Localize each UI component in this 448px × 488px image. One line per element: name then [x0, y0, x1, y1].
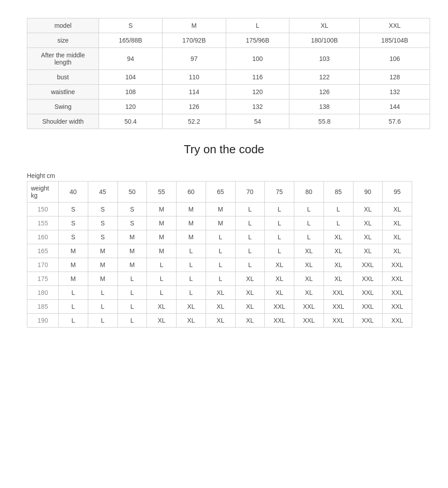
size-cell: XXL: [353, 272, 383, 286]
size-cell: L: [88, 300, 117, 314]
size-cell: M: [177, 230, 206, 244]
size-cell: XXL: [353, 286, 383, 300]
size-cell: M: [59, 244, 88, 258]
size-cell: L: [235, 203, 265, 216]
size-cell: L: [323, 203, 353, 216]
height-row-label: 160: [27, 230, 59, 244]
size-cell: L: [235, 258, 265, 272]
size-cell: M: [117, 230, 147, 244]
size-cell: XXL: [383, 258, 412, 272]
size-cell: XXL: [353, 314, 383, 328]
size-cell: XL: [235, 314, 265, 328]
weight-column-header: 60: [177, 181, 206, 203]
size-cell: L: [88, 314, 117, 328]
size-cell: XL: [265, 258, 294, 272]
size-cell: M: [147, 203, 177, 216]
size-cell: L: [265, 203, 294, 216]
height-row-label: 180: [27, 286, 59, 300]
size-cell: XXL: [383, 272, 412, 286]
size-cell: XL: [235, 300, 265, 314]
size-cell: XL: [265, 286, 294, 300]
size-cell: XL: [206, 314, 235, 328]
size-cell: M: [88, 258, 117, 272]
size-cell: L: [88, 286, 117, 300]
size-cell: L: [177, 258, 206, 272]
size-cell: L: [59, 314, 88, 328]
weight-column-header: 65: [206, 181, 235, 203]
size-cell: M: [59, 258, 88, 272]
size-cell: M: [147, 230, 177, 244]
size-cell: L: [206, 230, 235, 244]
weight-column-header: 85: [323, 181, 353, 203]
size-cell: M: [117, 244, 147, 258]
size-cell: M: [88, 244, 117, 258]
weight-column-header: 70: [235, 181, 265, 203]
size-cell: XL: [353, 216, 383, 230]
size-cell: XXL: [323, 314, 353, 328]
height-row-label: 165: [27, 244, 59, 258]
size-cell: XXL: [323, 300, 353, 314]
size-cell: XL: [147, 314, 177, 328]
size-cell: L: [265, 244, 294, 258]
size-cell: XL: [323, 272, 353, 286]
size-cell: L: [177, 244, 206, 258]
size-cell: XL: [353, 244, 383, 258]
size-chart-table: modelSMLXLXXLsize165/88B170/92B175/96B18…: [27, 18, 430, 129]
size-cell: XXL: [353, 300, 383, 314]
weight-column-header: 80: [294, 181, 324, 203]
size-cell: L: [265, 230, 294, 244]
size-cell: M: [206, 203, 235, 216]
size-cell: L: [177, 286, 206, 300]
size-cell: XL: [265, 272, 294, 286]
size-cell: XL: [206, 286, 235, 300]
size-cell: XL: [383, 203, 412, 216]
size-cell: XL: [235, 286, 265, 300]
size-cell: S: [59, 203, 88, 216]
size-cell: XXL: [294, 314, 324, 328]
size-cell: L: [206, 272, 235, 286]
size-cell: XXL: [353, 258, 383, 272]
size-cell: S: [88, 216, 117, 230]
weight-column-header: 40: [59, 181, 88, 203]
weight-column-header: 75: [265, 181, 294, 203]
size-cell: M: [177, 216, 206, 230]
height-row-label: 155: [27, 216, 59, 230]
size-cell: L: [59, 300, 88, 314]
height-row-label: 190: [27, 314, 59, 328]
size-cell: M: [147, 216, 177, 230]
size-cell: L: [117, 300, 147, 314]
size-cell: L: [147, 286, 177, 300]
weight-column-header: 95: [383, 181, 412, 203]
size-cell: L: [294, 216, 324, 230]
weight-label: weight kg: [27, 181, 59, 203]
size-cell: XL: [235, 272, 265, 286]
size-cell: XXL: [265, 314, 294, 328]
size-cell: XXL: [323, 286, 353, 300]
size-cell: L: [206, 244, 235, 258]
size-cell: M: [117, 258, 147, 272]
size-cell: XXL: [265, 300, 294, 314]
size-cell: XL: [353, 203, 383, 216]
size-cell: L: [323, 216, 353, 230]
try-on-title: Try on the code: [27, 143, 421, 156]
size-cell: L: [235, 216, 265, 230]
weight-column-header: 45: [88, 181, 117, 203]
weight-column-header: 50: [117, 181, 147, 203]
size-cell: S: [59, 216, 88, 230]
size-cell: M: [206, 216, 235, 230]
size-cell: L: [147, 272, 177, 286]
size-cell: XL: [323, 230, 353, 244]
size-cell: XL: [383, 216, 412, 230]
size-cell: L: [294, 230, 324, 244]
size-cell: L: [206, 258, 235, 272]
size-cell: M: [88, 272, 117, 286]
size-cell: L: [117, 272, 147, 286]
size-cell: S: [88, 230, 117, 244]
size-cell: XL: [177, 314, 206, 328]
size-cell: S: [117, 216, 147, 230]
size-cell: XL: [383, 244, 412, 258]
size-cell: M: [177, 203, 206, 216]
weight-column-header: 90: [353, 181, 383, 203]
size-cell: XL: [294, 244, 324, 258]
size-chart-section: modelSMLXLXXLsize165/88B170/92B175/96B18…: [27, 18, 421, 129]
